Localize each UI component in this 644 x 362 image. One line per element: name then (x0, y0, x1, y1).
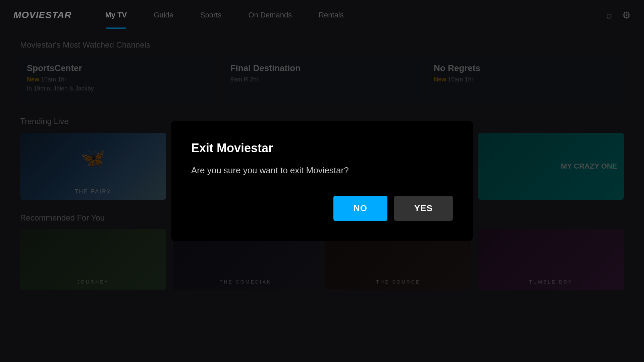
yes-button[interactable]: YES (394, 196, 453, 221)
modal-title: Exit Moviestar (191, 141, 453, 155)
modal-overlay: Exit Moviestar Are you sure you want to … (0, 0, 644, 362)
exit-modal: Exit Moviestar Are you sure you want to … (171, 121, 473, 241)
modal-buttons: NO YES (191, 196, 453, 221)
modal-message: Are you sure you want to exit Moviestar? (191, 165, 453, 176)
no-button[interactable]: NO (333, 196, 387, 221)
